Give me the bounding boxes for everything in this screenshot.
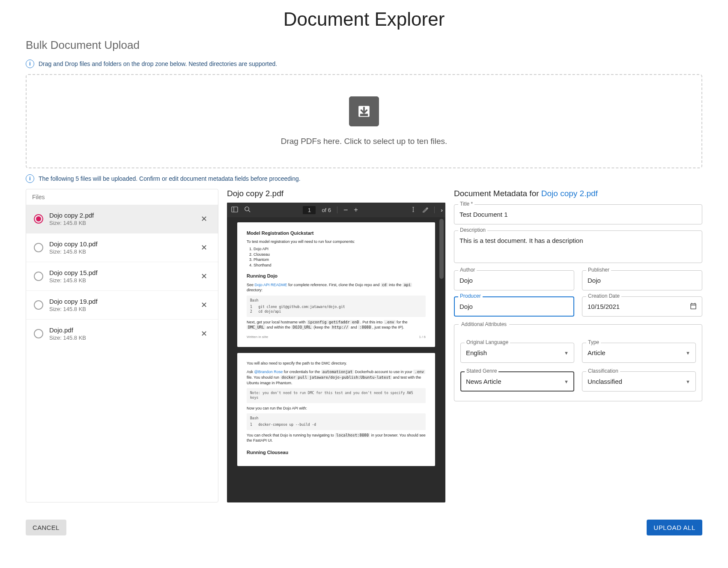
pdf-page: You will also need to specify the path t…	[237, 353, 435, 466]
title-field-wrapper: Title *	[454, 204, 702, 224]
draw-icon[interactable]	[422, 206, 428, 214]
upload-all-button[interactable]: UPLOAD ALL	[647, 520, 702, 535]
stated-genre-select[interactable]: News Article ▼	[460, 371, 574, 392]
type-label: Type	[586, 339, 601, 345]
pdf-heading: Model Registration Quickstart	[247, 230, 426, 236]
file-item[interactable]: Dojo copy 19.pdf Size: 145.8 KB ✕	[26, 291, 218, 320]
pdf-subheading: Running Dojo	[247, 273, 426, 279]
radio-icon[interactable]	[34, 300, 43, 310]
publisher-field-wrapper: Publisher	[582, 270, 702, 290]
remove-file-button[interactable]: ✕	[197, 327, 210, 340]
radio-icon[interactable]	[34, 329, 43, 338]
producer-field-wrapper: Producer	[454, 296, 574, 317]
svg-rect-4	[232, 207, 238, 212]
producer-input[interactable]	[454, 296, 574, 317]
creation-date-input[interactable]	[582, 296, 702, 317]
title-input[interactable]	[454, 204, 702, 224]
scrollbar-thumb[interactable]	[439, 219, 444, 279]
pdf-text: Ask @Brandon Rose for credentials for th…	[247, 369, 426, 386]
chevron-down-icon: ▼	[686, 379, 690, 384]
original-language-field-wrapper: Original Language English ▼	[460, 343, 574, 363]
classification-select[interactable]: Unclassified ▼	[582, 371, 696, 392]
publisher-label: Publisher	[586, 267, 611, 273]
creation-date-label: Creation Date	[586, 293, 621, 299]
chevron-down-icon: ▼	[686, 350, 690, 356]
metadata-title: Document Metadata for Dojo copy 2.pdf	[454, 189, 702, 198]
section-title: Bulk Document Upload	[26, 39, 702, 52]
type-value: Article	[588, 349, 606, 356]
zoom-out-icon[interactable]: −	[343, 206, 348, 215]
info-drag-drop: i Drag and Drop files and folders on the…	[26, 60, 702, 68]
pdf-viewer: 1 of 6 − + ››	[227, 203, 445, 502]
remove-file-button[interactable]: ✕	[197, 270, 210, 283]
text-cursor-icon[interactable]	[410, 206, 416, 214]
search-icon[interactable]	[244, 206, 251, 214]
additional-attributes-label: Additional Attributes	[459, 321, 509, 327]
metadata-filename-link[interactable]: Dojo copy 2.pdf	[541, 189, 598, 198]
file-size: Size: 145.8 KB	[49, 335, 191, 341]
close-icon: ✕	[201, 215, 207, 223]
info-upload-summary-text: The following 5 files will be uploaded. …	[39, 175, 301, 182]
remove-file-button[interactable]: ✕	[197, 241, 210, 254]
pdf-list-item: Shorthand	[254, 263, 426, 268]
remove-file-button[interactable]: ✕	[197, 299, 210, 311]
pdf-page-current[interactable]: 1	[303, 206, 316, 214]
author-input[interactable]	[454, 270, 574, 290]
close-icon: ✕	[201, 272, 207, 281]
stated-genre-label: Stated Genre	[465, 368, 498, 374]
original-language-select[interactable]: English ▼	[460, 343, 574, 363]
code-block: Bash 1 git clone git@github.com:jataware…	[247, 296, 426, 317]
close-icon: ✕	[201, 329, 207, 338]
classification-value: Unclassified	[588, 378, 622, 385]
original-language-label: Original Language	[465, 339, 510, 345]
description-field-wrapper: Description	[454, 230, 702, 264]
pdf-text: To test model registration you will need…	[247, 239, 426, 245]
file-item[interactable]: Dojo copy 2.pdf Size: 145.8 KB ✕	[26, 205, 218, 233]
cancel-button[interactable]: CANCEL	[26, 520, 66, 535]
remove-file-button[interactable]: ✕	[197, 212, 210, 225]
dropzone[interactable]: Drag PDFs here. Click to select up to te…	[26, 74, 702, 168]
note-block: Note: you don't need to run DMC for this…	[247, 388, 426, 403]
radio-icon[interactable]	[34, 272, 43, 281]
pdf-link: Dojo API README	[255, 283, 287, 287]
file-item[interactable]: Dojo copy 15.pdf Size: 145.8 KB ✕	[26, 262, 218, 291]
pdf-text: Next, get your local hostname with ipcon…	[247, 320, 426, 330]
type-field-wrapper: Type Article ▼	[582, 343, 696, 363]
publisher-input[interactable]	[582, 270, 702, 290]
close-icon: ✕	[201, 301, 207, 309]
code-block: Bash 1 docker-compose up --build -d	[247, 413, 426, 430]
pdf-list-item: Dojo API	[254, 246, 426, 252]
zoom-in-icon[interactable]: +	[354, 206, 358, 214]
file-item[interactable]: Dojo.pdf Size: 145.8 KB ✕	[26, 320, 218, 348]
description-input[interactable]	[454, 230, 702, 263]
creation-date-field-wrapper: Creation Date	[582, 296, 702, 317]
file-name: Dojo copy 10.pdf	[49, 240, 191, 248]
original-language-value: English	[466, 349, 487, 356]
sidebar-toggle-icon[interactable]	[231, 206, 238, 214]
type-select[interactable]: Article ▼	[582, 343, 696, 363]
chevron-right-icon[interactable]: ››	[441, 207, 441, 213]
info-drag-drop-text: Drag and Drop files and folders on the d…	[39, 60, 277, 67]
radio-icon[interactable]	[34, 243, 43, 252]
calendar-icon[interactable]	[689, 302, 697, 311]
description-label: Description	[458, 227, 487, 233]
producer-label: Producer	[458, 293, 483, 299]
file-name: Dojo.pdf	[49, 326, 191, 334]
file-item[interactable]: Dojo copy 10.pdf Size: 145.8 KB ✕	[26, 233, 218, 262]
info-upload-summary: i The following 5 files will be uploaded…	[26, 174, 702, 183]
pdf-list-item: Phantom	[254, 257, 426, 263]
additional-attributes-fieldset: Additional Attributes Original Language …	[454, 324, 702, 401]
pdf-toolbar: 1 of 6 − + ››	[227, 203, 445, 217]
radio-icon[interactable]	[34, 214, 43, 224]
file-size: Size: 145.8 KB	[49, 306, 191, 312]
info-icon: i	[26, 174, 34, 183]
stated-genre-value: News Article	[466, 378, 501, 385]
file-size: Size: 145.8 KB	[49, 248, 191, 255]
classification-field-wrapper: Classification Unclassified ▼	[582, 371, 696, 392]
pdf-scroll-area[interactable]: Model Registration Quickstart To test mo…	[227, 217, 445, 502]
dropzone-text: Drag PDFs here. Click to select up to te…	[281, 137, 448, 146]
pdf-text: Now you can run the Dojo API with:	[247, 406, 426, 411]
pdf-page: Model Registration Quickstart To test mo…	[237, 222, 435, 347]
svg-point-6	[245, 207, 249, 211]
pdf-footer-left: Written in slite	[247, 335, 268, 339]
